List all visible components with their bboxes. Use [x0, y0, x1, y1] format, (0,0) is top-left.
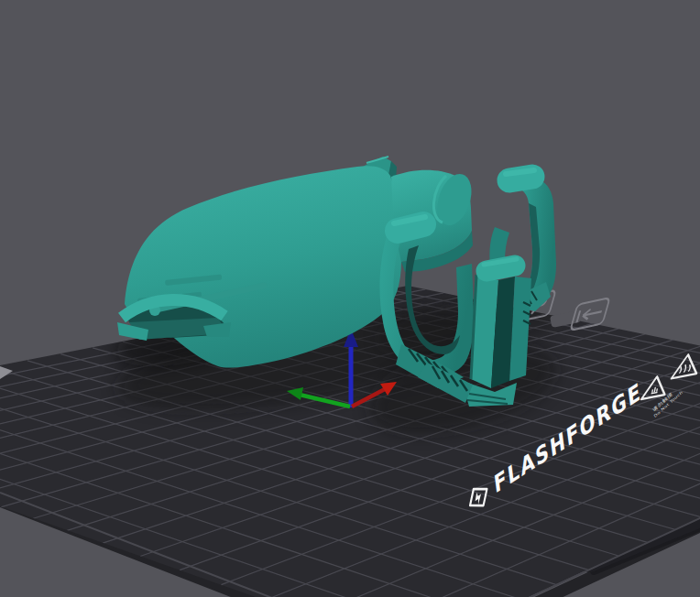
- slicer-3d-viewport[interactable]: 请勿触摸 Do Not Touch FLASHFORGE: [0, 0, 700, 597]
- scene-canvas[interactable]: 请勿触摸 Do Not Touch FLASHFORGE: [0, 0, 700, 597]
